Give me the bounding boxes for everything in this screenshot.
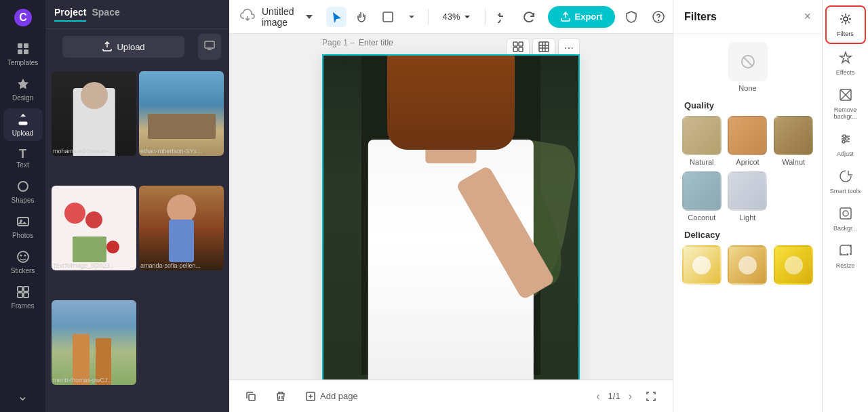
panel-tabs: Project Space [46,0,229,29]
select-tool-button[interactable] [326,7,347,27]
add-page-icon [305,391,316,402]
filter-light[interactable]: Light [728,171,768,222]
filter-walnut[interactable]: Walnut [773,116,814,166]
toolbar-divider-2 [485,9,486,25]
svg-rect-45 [840,208,851,219]
undo-button[interactable] [494,7,514,27]
right-tool-resize[interactable]: Resize [825,239,866,274]
upload-btn-icon [102,41,113,52]
media-label-2: ethan-robertson-SYx... [140,148,222,154]
shield-button[interactable] [620,6,642,28]
sidebar-item-photos[interactable]: Photos [3,211,43,243]
right-tool-background[interactable]: Backgr... [825,201,866,237]
media-label-3: TextToImage_5|2023... [53,262,135,269]
sidebar-item-design[interactable]: Design [3,73,43,106]
filter-apricot[interactable]: Apricot [728,116,768,166]
right-tools-panel: Filters Effects Remove backgr... Adjust … [822,0,868,412]
shield-icon [625,10,638,24]
right-tool-adjust[interactable]: Adjust [825,127,866,163]
prev-page-button[interactable]: ‹ [593,388,602,405]
svg-point-9 [20,220,22,222]
export-icon [560,12,571,22]
app-logo: C [11,5,35,30]
redo-icon [524,11,536,23]
svg-rect-26 [539,42,549,52]
svg-rect-14 [24,287,28,291]
canva-logo-icon: C [14,8,33,27]
filter-natural[interactable]: Natural [682,116,722,166]
sidebar-item-templates[interactable]: Templates [3,38,43,70]
media-item-3[interactable]: Added TextToImage_5|2023... [52,186,136,270]
templates-label: Templates [7,59,39,66]
sidebar-more-button[interactable]: ⌄ [3,385,43,407]
svg-rect-17 [205,41,214,48]
media-item-5[interactable]: Added meritt-thomas-pwCJ... [52,300,136,385]
media-label-5: meritt-thomas-pwCJ... [53,377,135,384]
fullscreen-icon [646,391,656,402]
filter-delicacy-2[interactable] [728,245,768,285]
right-tool-effects[interactable]: Effects [825,45,866,81]
media-item-2[interactable]: Added ethan-robertson-SYx... [139,71,224,156]
canvas-area: Page 1 – ⋯ [229,34,673,379]
sidebar-item-text[interactable]: T Text [3,144,43,173]
filter-coconut-thumb [682,171,722,211]
page-title-input[interactable] [359,38,413,47]
sidebar-item-stickers[interactable]: Stickers [3,246,43,279]
media-item-4[interactable]: amanda-sofia-pellen... [139,186,224,270]
frame-tool-dropdown-icon [408,13,416,21]
none-icon [740,54,756,70]
page-label: Page 1 – [322,38,413,47]
cloud-save-icon [240,7,255,26]
filter-natural-label: Natural [690,158,713,166]
svg-rect-22 [513,42,517,46]
svg-rect-18 [383,12,393,22]
canvas[interactable] [322,54,580,379]
filter-none[interactable]: None [682,42,814,92]
filters-panel: Filters × None Quality Natural Apricot [673,0,822,412]
sidebar-item-frames[interactable]: Frames [3,281,43,314]
copy-button[interactable] [240,387,262,406]
cloud-icon [240,7,255,22]
frame-tool-button[interactable] [378,7,398,27]
filter-walnut-thumb [774,116,813,155]
hand-tool-button[interactable] [352,7,372,27]
effects-tool-label: Effects [836,69,854,76]
sidebar-item-shapes[interactable]: Shapes [3,176,43,208]
next-page-button[interactable]: › [626,388,635,405]
adjust-tool-label: Adjust [837,150,854,157]
title-dropdown-button[interactable] [300,8,318,26]
right-tool-smart-tools[interactable]: Smart tools [825,164,866,200]
zoom-dropdown-icon [463,13,471,21]
filter-delicacy-3-thumb [774,245,813,285]
adjust-icon [839,132,852,146]
upload-button[interactable]: Upload [62,36,184,58]
quality-section-title: Quality [673,92,822,116]
effects-icon [839,51,852,64]
export-button[interactable]: Export [548,6,615,28]
frame-tool-icon [382,11,394,23]
help-button[interactable] [648,6,669,28]
filter-coconut[interactable]: Coconut [682,171,722,222]
redo-button[interactable] [519,7,540,27]
device-icon-button[interactable] [198,34,221,60]
delete-button[interactable] [270,387,292,406]
tab-project[interactable]: Project [54,7,86,22]
right-tool-remove-bg[interactable]: Remove backgr... [825,83,866,125]
svg-rect-13 [18,287,22,291]
adjust-tool-icon [839,132,852,149]
filter-delicacy-3[interactable] [773,245,814,285]
filters-header: Filters × [673,0,822,34]
add-page-button[interactable]: Add page [300,387,363,406]
sidebar-item-upload[interactable]: Upload [3,108,43,141]
fullscreen-button[interactable] [640,387,662,406]
right-tool-filters[interactable]: Filters [825,5,866,44]
none-filter-section: None [673,34,822,92]
tab-space[interactable]: Space [92,7,119,22]
filters-close-button[interactable]: × [804,9,811,24]
frame-tool-dropdown-button[interactable] [403,9,420,25]
toolbar-divider-1 [428,9,429,25]
filter-delicacy-1[interactable] [682,245,722,285]
zoom-button[interactable]: 43% [437,8,476,25]
hand-tool-icon [356,11,368,23]
media-item-1[interactable]: Added mohammed-hassan-... [52,71,136,156]
